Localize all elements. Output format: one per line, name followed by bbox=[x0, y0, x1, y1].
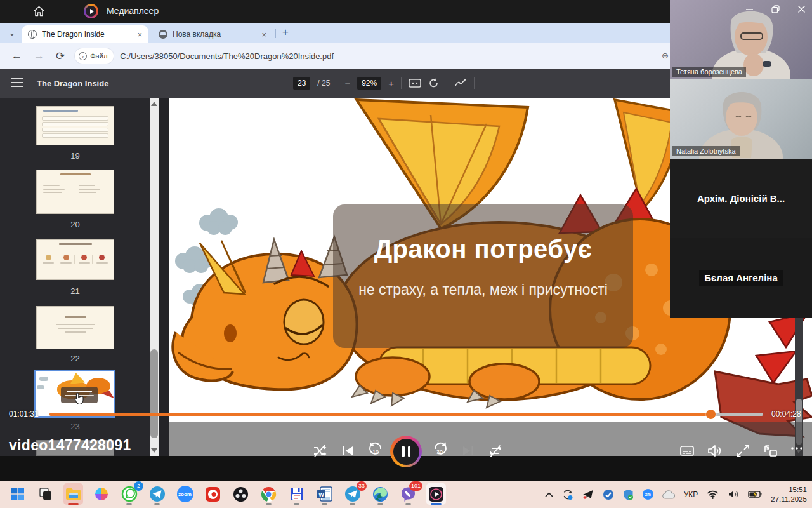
file-scheme-chip[interactable]: i Файл bbox=[75, 48, 114, 64]
forward-30-icon[interactable]: 30 bbox=[432, 441, 447, 456]
seek-bar[interactable] bbox=[49, 413, 763, 416]
annotate-pen-icon[interactable] bbox=[454, 77, 467, 89]
tray-date: 27.11.2025 bbox=[771, 495, 807, 504]
tab-search-caret-icon[interactable]: ⌄ bbox=[5, 27, 19, 41]
red-eye-app-button[interactable] bbox=[203, 483, 223, 505]
volume-icon[interactable] bbox=[707, 443, 722, 458]
participant-name: Тетяна борозенцева bbox=[672, 67, 746, 77]
file-explorer-button[interactable] bbox=[63, 483, 83, 505]
language-indicator[interactable]: УКР bbox=[684, 490, 698, 499]
svg-text:W: W bbox=[318, 491, 324, 498]
shuffle-off-icon[interactable] bbox=[312, 443, 327, 458]
zoom-button[interactable]: zoom bbox=[175, 483, 195, 505]
task-view-button[interactable] bbox=[36, 483, 55, 505]
app-title: Медиаплеер bbox=[107, 6, 159, 16]
page-number-input[interactable]: 23 bbox=[293, 77, 310, 90]
rewind-10-icon[interactable]: 10 bbox=[367, 441, 383, 456]
pause-button[interactable] bbox=[390, 436, 422, 467]
page-total: / 25 bbox=[317, 79, 330, 88]
telegram-button[interactable] bbox=[147, 483, 167, 505]
subtitles-icon[interactable] bbox=[679, 443, 695, 458]
taskbar-clock[interactable]: 15:51 27.11.2025 bbox=[771, 485, 807, 504]
next-track-icon[interactable] bbox=[461, 443, 476, 458]
obs-button[interactable] bbox=[231, 483, 251, 505]
participant-tile-2[interactable]: Natalia Zolotnytska bbox=[670, 79, 812, 159]
volume-tray-icon[interactable] bbox=[728, 490, 739, 499]
telegram-tray-icon[interactable] bbox=[582, 490, 594, 500]
cloud-tray-icon[interactable] bbox=[662, 490, 675, 499]
thumbnail-number: 21 bbox=[36, 286, 114, 296]
word-button[interactable]: W bbox=[315, 483, 334, 505]
zoom-out-page-icon[interactable]: ⊖ bbox=[662, 51, 669, 60]
player-progress-row: 01:01:31 00:04:28 bbox=[0, 409, 812, 419]
tab-label: Нова вкладка bbox=[173, 30, 258, 39]
whatsapp-badge: 2 bbox=[134, 481, 143, 491]
sync-tray-icon[interactable] bbox=[562, 489, 573, 500]
address-url[interactable]: C:/Users/38050/Documents/The%20Dragon%20… bbox=[120, 51, 334, 61]
zoom-in-button[interactable]: + bbox=[388, 78, 394, 89]
tab-close-icon[interactable]: × bbox=[261, 30, 266, 39]
copilot-button[interactable] bbox=[91, 483, 111, 505]
previous-track-icon[interactable] bbox=[340, 443, 355, 458]
globe-favicon bbox=[28, 30, 37, 39]
battery-tray-icon[interactable] bbox=[748, 490, 762, 498]
new-tab-button[interactable]: + bbox=[282, 26, 289, 39]
sidebar-scrollbar[interactable] bbox=[150, 98, 159, 456]
participant-tile-4[interactable]: Бєлая Ангеліна bbox=[670, 238, 812, 318]
participant-name: Архім. Діонісій В... bbox=[692, 190, 790, 206]
repeat-off-icon[interactable] bbox=[488, 443, 503, 458]
viber-button[interactable]: 101 bbox=[398, 483, 418, 505]
thumbnail-number: 23 bbox=[36, 422, 114, 431]
whatsapp-button[interactable]: 2 bbox=[119, 483, 139, 505]
tab-close-icon[interactable]: × bbox=[137, 30, 142, 39]
menu-icon[interactable] bbox=[11, 78, 23, 87]
pdf-doc-title: The Dragon Inside bbox=[37, 79, 108, 88]
screen: Медиаплеер ⌄ The Dragon Inside × Нова вк… bbox=[0, 0, 812, 508]
more-options-icon[interactable] bbox=[790, 446, 806, 461]
tab-label: The Dragon Inside bbox=[42, 30, 133, 39]
chrome-button[interactable] bbox=[259, 483, 278, 505]
close-icon[interactable] bbox=[797, 5, 806, 13]
duration-time: 00:04:28 bbox=[771, 410, 801, 418]
mini-player-icon[interactable] bbox=[763, 443, 778, 458]
check-tray-icon[interactable] bbox=[603, 489, 614, 500]
security-shield-tray-icon[interactable] bbox=[623, 489, 634, 500]
tab-new-tab[interactable]: Нова вкладка × bbox=[152, 25, 273, 43]
thumbnail-page-22[interactable] bbox=[36, 306, 114, 349]
participant-tile-3[interactable]: Архім. Діонісій В... bbox=[670, 159, 812, 238]
home-icon[interactable] bbox=[33, 5, 45, 17]
minimize-icon[interactable] bbox=[745, 5, 754, 13]
system-tray: zm УКР 15:51 27.11.2025 bbox=[545, 481, 807, 508]
zoom-level[interactable]: 92% bbox=[357, 77, 381, 90]
fit-page-icon[interactable] bbox=[409, 78, 421, 88]
telegram2-button[interactable]: 33 bbox=[343, 483, 362, 505]
thumbnail-page-19[interactable] bbox=[36, 106, 114, 145]
thumbnail-number: 20 bbox=[36, 220, 114, 229]
thumbnail-page-20[interactable] bbox=[36, 170, 114, 214]
toolbar-divider bbox=[337, 77, 337, 89]
save-app-button[interactable] bbox=[287, 483, 306, 505]
reload-icon[interactable]: ⟳ bbox=[56, 50, 65, 63]
thumbnail-page-21[interactable] bbox=[36, 239, 114, 280]
forward-icon[interactable]: → bbox=[34, 50, 44, 62]
edge-button[interactable] bbox=[370, 483, 390, 505]
fullscreen-icon[interactable] bbox=[735, 443, 750, 458]
tab-dragon-inside[interactable]: The Dragon Inside × bbox=[22, 25, 148, 43]
mediaplayer-logo-icon bbox=[84, 4, 98, 18]
seek-handle[interactable] bbox=[706, 410, 716, 419]
rotate-icon[interactable] bbox=[428, 77, 440, 89]
participant-name: Natalia Zolotnytska bbox=[672, 146, 740, 156]
scroll-up-icon[interactable] bbox=[151, 102, 157, 106]
restore-icon[interactable] bbox=[771, 5, 780, 13]
scrollbar-thumb[interactable] bbox=[150, 349, 158, 438]
slide-title: Дракон потребує bbox=[333, 235, 633, 264]
tray-expand-icon[interactable] bbox=[545, 492, 553, 497]
zoom-out-button[interactable]: − bbox=[344, 78, 350, 89]
start-button[interactable] bbox=[8, 483, 27, 505]
back-icon[interactable]: ← bbox=[11, 50, 22, 62]
wifi-tray-icon[interactable] bbox=[707, 490, 719, 499]
video-filename: video1477428091 bbox=[9, 437, 131, 454]
zoom-tray-icon[interactable]: zm bbox=[643, 489, 653, 500]
mediaplayer-taskbar-button[interactable] bbox=[426, 483, 446, 505]
telegram-badge: 33 bbox=[357, 481, 367, 491]
